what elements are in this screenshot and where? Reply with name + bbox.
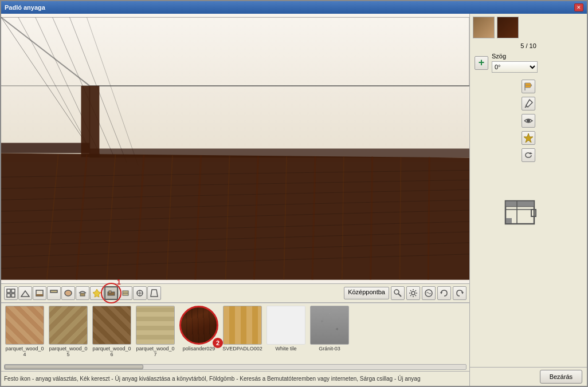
material-item-granit[interactable]: Gránit-03 — [309, 306, 350, 357]
material-item-white-tile[interactable]: White tile — [265, 306, 307, 357]
plus-icon: + — [479, 57, 485, 69]
svg-line-38 — [428, 157, 429, 279]
svg-rect-45 — [36, 294, 43, 296]
svg-line-21 — [1, 222, 469, 234]
svg-line-31 — [399, 157, 401, 279]
material-thumb-svedpadl — [223, 306, 262, 345]
toolbar-btn-2[interactable] — [18, 286, 32, 300]
svg-line-30 — [342, 156, 344, 279]
materials-scrollbar[interactable] — [4, 364, 467, 370]
wall-back — [1, 14, 469, 162]
window-title: Padló anyaga — [5, 4, 45, 11]
main-window: Padló anyaga ✕ — [0, 0, 588, 387]
materials-area: parquet_wood_04 parquet_wood_05 parquet_… — [1, 303, 469, 363]
material-thumb-parquet06 — [92, 306, 131, 345]
svg-line-59 — [398, 294, 401, 297]
right-panel: 5 / 10 + Szög 0° 45° 90° — [469, 14, 587, 386]
svg-rect-51 — [109, 291, 111, 293]
eyedropper-button[interactable] — [522, 97, 535, 110]
page-indicator: 5 / 10 — [470, 41, 587, 50]
annotation-2: 2 — [213, 338, 223, 348]
status-text: Festo ikon - anyag választás, Kék keresz… — [4, 376, 420, 382]
svg-point-47 — [65, 290, 72, 296]
svg-line-24 — [1, 254, 469, 268]
material-item-polisander[interactable]: polisander029 2 — [178, 306, 219, 357]
window-close-button[interactable]: ✕ — [574, 3, 583, 11]
toolbar-flag-btn[interactable] — [422, 286, 436, 300]
svg-line-17 — [1, 180, 469, 188]
bezaras-button[interactable]: Bezárás — [540, 370, 582, 384]
svg-line-22 — [1, 232, 469, 246]
svg-line-23 — [1, 243, 469, 257]
toolbar-btn-3[interactable] — [33, 286, 46, 300]
svg-line-16 — [1, 170, 469, 177]
toolbar-redo-btn[interactable] — [453, 286, 467, 300]
svg-line-33 — [136, 155, 144, 279]
svg-line-32 — [77, 155, 87, 279]
material-label-parquet05: parquet_wood_05 — [48, 346, 89, 357]
material-thumb-granit — [310, 306, 349, 345]
material-item-parquet07[interactable]: parquet_wood_07 — [135, 306, 176, 357]
svg-line-25 — [47, 154, 58, 279]
toolbar-btn-9[interactable] — [119, 286, 132, 300]
svg-line-20 — [1, 210, 469, 223]
material-label-parquet06: parquet_wood_06 — [91, 346, 132, 357]
material-label-parquet04: parquet_wood_04 — [4, 346, 45, 357]
center-button[interactable]: Középpontba — [344, 287, 389, 299]
right-nav-thumbs — [470, 14, 587, 41]
svg-rect-70 — [505, 201, 534, 207]
angle-label: Szög — [492, 53, 538, 60]
toolbar-btn-5[interactable] — [61, 286, 75, 300]
svg-line-29 — [284, 156, 287, 279]
room-scene — [1, 14, 469, 283]
material-item-parquet04[interactable]: parquet_wood_04 — [4, 306, 45, 357]
svg-rect-48 — [80, 293, 85, 296]
svg-line-34 — [195, 155, 201, 279]
material-thumb-polisander — [179, 306, 218, 345]
material-label-parquet07: parquet_wood_07 — [135, 346, 176, 357]
material-label-white-tile: White tile — [275, 346, 296, 352]
toolbar-btn-7[interactable] — [90, 286, 104, 300]
toolbar-btn-8-active[interactable] — [104, 286, 118, 300]
toolbar-btn-6[interactable] — [76, 286, 89, 300]
svg-rect-76 — [506, 218, 512, 223]
svg-marker-67 — [524, 133, 533, 143]
svg-rect-40 — [11, 289, 15, 293]
toolbar-btn-10[interactable] — [133, 286, 147, 300]
nav-thumb-1[interactable] — [473, 17, 495, 38]
toolbar-btn-11[interactable] — [147, 286, 161, 300]
svg-line-28 — [226, 156, 230, 279]
nav-thumb-2[interactable] — [497, 17, 519, 38]
refresh-button[interactable] — [522, 148, 535, 162]
svg-rect-39 — [7, 289, 10, 293]
angle-section: + Szög 0° 45° 90° — [470, 50, 587, 75]
toolbar: 1 Középpontba — [1, 283, 469, 303]
svg-line-35 — [254, 156, 258, 279]
visibility-button[interactable] — [522, 114, 535, 128]
left-panel: 1 Középpontba — [1, 14, 469, 386]
svg-marker-57 — [151, 290, 158, 297]
toolbar-settings-btn[interactable] — [406, 286, 420, 300]
toolbar-btn-1[interactable] — [4, 286, 18, 300]
main-content: 1 Középpontba — [1, 14, 587, 386]
svg-marker-43 — [21, 291, 29, 297]
svg-point-58 — [394, 290, 399, 294]
star-button[interactable] — [522, 131, 535, 145]
title-bar: Padló anyaga ✕ — [1, 1, 587, 14]
material-item-parquet06[interactable]: parquet_wood_06 — [91, 306, 132, 357]
material-item-svedpadl[interactable]: SVEDPADLO002 — [222, 306, 263, 357]
material-thumb-parquet04 — [5, 306, 44, 345]
floor-plan-area — [470, 172, 587, 270]
svg-marker-15 — [1, 153, 469, 279]
toolbar-undo-btn[interactable] — [437, 286, 451, 300]
angle-select[interactable]: 0° 45° 90° — [492, 61, 538, 73]
toolbar-btn-4[interactable] — [47, 286, 61, 300]
svg-marker-63 — [461, 292, 464, 294]
paint-bucket-button[interactable] — [522, 80, 535, 93]
scrollbar-thumb[interactable] — [5, 365, 143, 369]
material-item-parquet05[interactable]: parquet_wood_05 — [48, 306, 89, 357]
toolbar-search-btn[interactable] — [391, 286, 405, 300]
svg-line-19 — [1, 200, 469, 211]
add-material-button[interactable]: + — [475, 56, 488, 70]
status-bar: Festo ikon - anyag választás, Kék keresz… — [1, 371, 469, 386]
